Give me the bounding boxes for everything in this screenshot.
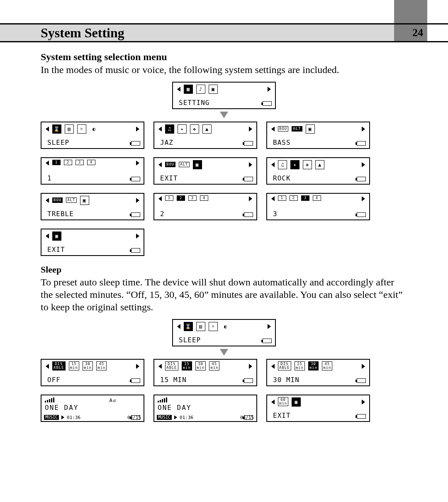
icon-exit — [306, 124, 315, 134]
lcd-treble: BOU ALT TREBLE — [41, 193, 144, 220]
page-title: System Setting — [0, 24, 448, 41]
page-top — [0, 0, 448, 23]
nav-left-icon — [177, 324, 180, 329]
tag-3: 3 — [75, 160, 84, 165]
lcd-exit: BOU ALT EXIT — [153, 157, 257, 185]
tag-alt: ALT — [179, 162, 189, 167]
volume-icon — [158, 397, 167, 402]
icon-eq3 — [315, 160, 324, 169]
section2-body: To preset auto sleep time. The device wi… — [41, 276, 407, 313]
lcd-rock: ROCK — [266, 157, 370, 185]
lcd-label: 2 — [160, 211, 165, 217]
lcd-sleep-2: SLEEP — [172, 319, 276, 346]
tag-60min: 60 min — [278, 397, 288, 406]
lcd-label: 1 — [47, 175, 52, 182]
nav-left-icon — [271, 196, 275, 201]
tag-4: 4 — [87, 160, 95, 165]
nav-right-icon — [362, 196, 365, 201]
nav-right-icon — [136, 234, 139, 239]
lcd-3: 1 2 3 4 3 — [266, 193, 370, 220]
lcd-1: 1 2 3 4 1 — [41, 157, 144, 185]
repeat-icon: A↺ — [110, 398, 116, 403]
nav-right-icon — [362, 400, 365, 405]
icon-sleep — [184, 322, 193, 331]
battery-icon — [357, 414, 366, 419]
icon-exit — [52, 232, 61, 241]
tag-1: 1 — [165, 195, 173, 201]
nav-left-icon — [46, 234, 49, 239]
tag-2: 2 — [177, 195, 185, 201]
icon-light — [209, 322, 218, 331]
nav-right-icon — [249, 162, 252, 167]
battery-icon — [263, 339, 272, 343]
tag-4: 4 — [313, 195, 321, 201]
tag-disable: DIS ABLE — [278, 361, 291, 370]
nav-right-icon — [268, 87, 271, 92]
icon-rock — [290, 160, 299, 169]
elapsed-time: 01:36 — [180, 415, 193, 420]
icon-music — [196, 85, 205, 94]
lcd-label: EXIT — [273, 412, 291, 419]
nav-right-icon — [136, 127, 139, 132]
header-band: System Setting 24 — [0, 23, 448, 42]
tag-1: 1 — [278, 195, 286, 201]
page-number: 24 — [412, 24, 423, 41]
tag-30min: 30 min — [308, 361, 319, 370]
icon-exit — [193, 160, 202, 169]
battery-icon — [357, 212, 366, 217]
battery-icon — [244, 212, 253, 217]
nav-right-icon — [249, 127, 252, 132]
battery-icon — [244, 141, 253, 146]
arrow-down-icon — [220, 349, 228, 356]
icon-light — [77, 124, 86, 134]
lcd-sleep-exit: 60 min EXIT — [266, 395, 370, 422]
tag-bou: BOU — [52, 197, 63, 203]
lcd-label: EXIT — [47, 246, 65, 253]
track-title: ONE DAY — [158, 405, 191, 411]
nav-right-icon — [249, 196, 252, 201]
nav-left-icon — [46, 127, 49, 132]
nav-left-icon — [271, 400, 275, 405]
nav-left-icon — [158, 127, 162, 132]
battery-icon — [131, 415, 140, 420]
battery-icon — [244, 378, 253, 383]
nav-left-icon — [177, 87, 180, 92]
nav-right-icon — [268, 324, 271, 329]
battery-icon — [357, 378, 366, 383]
lcd-player-2: ONE DAY MUSIC 01:36 04/15 — [153, 395, 257, 422]
lcd-15min: DIS ABLE 15 min 30 min 45 min 15 MIN — [153, 359, 257, 386]
tag-30min: 30 min — [83, 361, 93, 370]
tag-disable: DIS ABLE — [52, 361, 66, 370]
section1-body: In the modes of music or voice, the foll… — [41, 63, 407, 76]
tag-15min: 15 min — [295, 361, 305, 370]
nav-left-icon — [271, 127, 275, 132]
play-icon — [61, 415, 64, 419]
nav-right-icon — [362, 127, 365, 132]
lcd-setting: SETTING — [172, 82, 276, 109]
lcd-label: JAZ — [160, 139, 173, 146]
battery-icon — [131, 248, 140, 253]
lcd-label: TREBLE — [47, 211, 74, 217]
icon-exit — [292, 397, 301, 407]
battery-icon — [357, 141, 366, 146]
lcd-player-1: A↺ ONE DAY MUSIC 01:36 04/15 — [41, 395, 144, 422]
tag-3: 3 — [188, 195, 197, 201]
battery-icon — [131, 177, 140, 181]
tag-2: 2 — [290, 195, 298, 201]
nav-left-icon — [271, 364, 275, 369]
nav-right-icon — [362, 162, 365, 167]
battery-icon — [244, 177, 253, 181]
nav-right-icon — [136, 198, 139, 203]
lcd-label: 3 — [273, 211, 278, 217]
volume-icon — [45, 397, 54, 402]
lcd-sleep: SLEEP — [41, 122, 144, 149]
nav-left-icon — [46, 161, 49, 166]
battery-icon — [131, 378, 140, 383]
battery-icon — [263, 101, 272, 106]
icon-eq2 — [303, 160, 312, 169]
lcd-label: BASS — [273, 139, 291, 146]
nav-left-icon — [158, 364, 162, 369]
icon-sleep — [52, 124, 61, 134]
icon-display — [196, 322, 205, 331]
elapsed-time: 01:36 — [67, 415, 80, 420]
